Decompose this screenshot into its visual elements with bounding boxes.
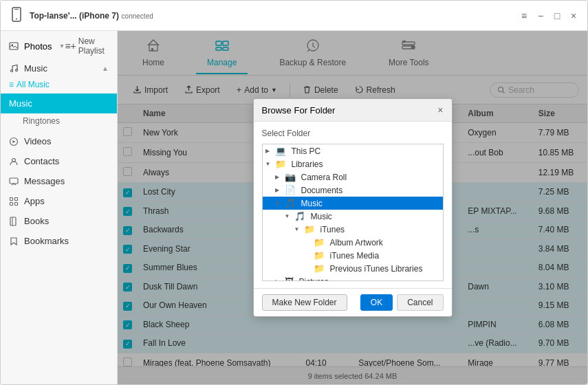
tree-folder-icon: 💻 bbox=[275, 146, 286, 156]
svg-point-5 bbox=[11, 69, 13, 72]
menu-button[interactable]: ≡ bbox=[519, 10, 530, 21]
tree-folder-icon: 📁 bbox=[314, 263, 325, 274]
sidebar-nav-section: Videos Contacts Messages Apps Books bbox=[1, 129, 117, 254]
sidebar-photos-item[interactable]: Photos ▼ bbox=[9, 41, 65, 52]
new-playlist-btn[interactable]: ≡+ New Playlist bbox=[65, 36, 109, 56]
sidebar-item-bookmarks[interactable]: Bookmarks bbox=[1, 231, 117, 251]
dialog-title: Browse For Folder bbox=[262, 105, 336, 116]
tree-item-label: Previous iTunes Libraries bbox=[330, 264, 423, 274]
svg-rect-14 bbox=[10, 217, 16, 226]
dialog-close-button[interactable]: × bbox=[437, 104, 443, 116]
tree-chevron-icon: ▶ bbox=[275, 278, 282, 281]
dialog-header: Browse For Folder × bbox=[254, 99, 452, 122]
cancel-button[interactable]: Cancel bbox=[397, 294, 443, 311]
browse-folder-dialog: Browse For Folder × Select Folder ▶💻This… bbox=[253, 98, 453, 317]
sidebar-item-books[interactable]: Books bbox=[1, 211, 117, 231]
apps-icon bbox=[9, 197, 19, 206]
dialog-body: Select Folder ▶💻This PC▼📁Libraries▶📷Came… bbox=[254, 122, 452, 288]
folder-tree[interactable]: ▶💻This PC▼📁Libraries▶📷Camera Roll▶📄Docum… bbox=[262, 144, 444, 281]
tree-item-label: Documents bbox=[301, 186, 343, 195]
tree-folder-icon: 📷 bbox=[285, 172, 296, 182]
all-music-item[interactable]: ≡ All Music bbox=[9, 80, 50, 89]
sidebar-item-ringtones[interactable]: Ringtones bbox=[1, 113, 117, 129]
make-new-folder-button[interactable]: Make New Folder bbox=[262, 294, 347, 311]
svg-rect-11 bbox=[15, 197, 18, 200]
sidebar-music-header[interactable]: Music ▲ bbox=[1, 58, 117, 78]
tree-item-label: Camera Roll bbox=[301, 173, 347, 182]
messages-icon bbox=[9, 177, 19, 186]
device-name: Top-lanse'... (iPhone 7) bbox=[30, 11, 119, 21]
tree-chevron-icon: ▼ bbox=[285, 213, 292, 219]
tree-folder-icon: 📁 bbox=[314, 250, 325, 261]
device-info-section: Top-lanse'... (iPhone 7) connected bbox=[9, 7, 153, 24]
tree-folder-icon: 📁 bbox=[304, 224, 315, 234]
dialog-action-buttons: OK Cancel bbox=[360, 294, 444, 311]
tree-chevron-icon: ▼ bbox=[294, 226, 301, 232]
tree-item[interactable]: ▶📷Camera Roll bbox=[263, 170, 443, 184]
music-chevron-icon: ▲ bbox=[102, 65, 109, 72]
sidebar-photos-section: Photos ▼ ≡+ New Playlist bbox=[1, 31, 117, 58]
tree-item[interactable]: 📁iTunes Media bbox=[263, 249, 443, 262]
tree-folder-icon: 📁 bbox=[275, 159, 286, 169]
tree-chevron-icon: ▶ bbox=[265, 148, 272, 154]
ok-button[interactable]: OK bbox=[360, 294, 393, 311]
sidebar-music-section: Music ▲ ≡ All Music Music Ringtones bbox=[1, 58, 117, 129]
sidebar-item-music[interactable]: Music bbox=[1, 94, 117, 113]
tree-item[interactable]: ▶🖼Pictures bbox=[263, 275, 443, 281]
select-folder-label: Select Folder bbox=[262, 129, 444, 138]
tree-folder-icon: 📄 bbox=[285, 185, 296, 195]
sidebar-item-messages[interactable]: Messages bbox=[1, 171, 117, 191]
tree-chevron-icon: ▼ bbox=[275, 200, 282, 206]
tree-item[interactable]: ▼📁iTunes bbox=[263, 223, 443, 236]
contacts-icon bbox=[9, 157, 19, 166]
tree-item-label: Music bbox=[311, 212, 332, 221]
maximize-button[interactable]: □ bbox=[552, 10, 563, 21]
tree-item-label: Music bbox=[301, 199, 323, 208]
tree-item-label: This PC bbox=[292, 146, 321, 156]
tree-folder-icon: 🎵 bbox=[285, 198, 296, 208]
svg-rect-12 bbox=[10, 202, 13, 205]
svg-rect-2 bbox=[14, 9, 19, 10]
photos-label: Photos bbox=[24, 41, 52, 52]
bookmarks-icon bbox=[9, 236, 19, 246]
photos-chevron: ▼ bbox=[58, 43, 65, 50]
svg-point-1 bbox=[16, 19, 17, 20]
tree-chevron-icon: ▶ bbox=[275, 174, 282, 180]
photos-icon bbox=[9, 41, 19, 51]
tree-item-label: iTunes Media bbox=[330, 251, 380, 261]
dialog-footer: Make New Folder OK Cancel bbox=[254, 288, 452, 316]
sidebar-item-apps[interactable]: Apps bbox=[1, 191, 117, 211]
tree-item[interactable]: ▼🎵Music bbox=[263, 210, 443, 223]
tree-item-label: Pictures bbox=[299, 277, 329, 282]
tree-item[interactable]: ▼🎵Music bbox=[263, 197, 443, 210]
device-status: connected bbox=[122, 12, 153, 20]
svg-rect-9 bbox=[10, 178, 18, 184]
tree-item[interactable]: ▼📁Libraries bbox=[263, 157, 443, 170]
sidebar-item-videos[interactable]: Videos bbox=[1, 131, 117, 151]
tree-item[interactable]: 📁Album Artwork bbox=[263, 236, 443, 249]
tree-item[interactable]: ▶📄Documents bbox=[263, 184, 443, 197]
svg-rect-13 bbox=[15, 202, 18, 205]
sidebar-item-contacts[interactable]: Contacts bbox=[1, 151, 117, 171]
title-bar: Top-lanse'... (iPhone 7) connected ≡ − □… bbox=[1, 1, 587, 31]
tree-folder-icon: 📁 bbox=[314, 237, 325, 248]
tree-item-label: iTunes bbox=[320, 225, 345, 234]
minimize-button[interactable]: − bbox=[535, 10, 546, 21]
sidebar: Photos ▼ ≡+ New Playlist Music ▲ bbox=[1, 31, 118, 384]
svg-rect-10 bbox=[10, 197, 13, 200]
tree-chevron-icon: ▼ bbox=[265, 161, 272, 167]
device-icon bbox=[9, 7, 24, 24]
tree-folder-icon: 🎵 bbox=[294, 211, 305, 221]
tree-item-label: Album Artwork bbox=[330, 238, 383, 248]
tree-item[interactable]: 📁Previous iTunes Libraries bbox=[263, 262, 443, 275]
tree-item-label: Libraries bbox=[292, 160, 323, 169]
tree-item[interactable]: ▶💻This PC bbox=[263, 144, 443, 157]
close-button[interactable]: × bbox=[568, 10, 579, 21]
tree-folder-icon: 🖼 bbox=[285, 276, 294, 281]
videos-icon bbox=[9, 137, 19, 146]
books-icon bbox=[9, 217, 19, 226]
svg-point-6 bbox=[16, 69, 18, 71]
content-right: Home Manage Backup & Restore bbox=[118, 31, 587, 384]
dialog-overlay: Browse For Folder × Select Folder ▶💻This… bbox=[118, 31, 587, 384]
tree-chevron-icon: ▶ bbox=[275, 187, 282, 193]
